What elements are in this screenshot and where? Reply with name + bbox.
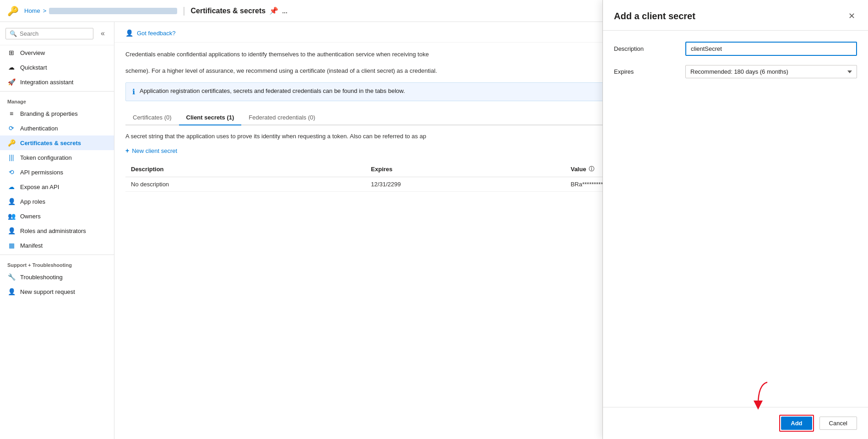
arrow-annotation bbox=[744, 380, 781, 413]
info-icon: ℹ bbox=[132, 87, 135, 96]
description-label: Description bbox=[614, 45, 678, 52]
search-box[interactable]: 🔍 bbox=[5, 28, 93, 39]
authentication-icon: ⟳ bbox=[7, 125, 16, 132]
sidebar-item-expose-api[interactable]: ☁ Expose an API bbox=[0, 179, 114, 194]
sidebar-item-label: Troubleshooting bbox=[20, 274, 63, 281]
expires-label: Expires bbox=[614, 68, 678, 75]
sidebar-item-authentication[interactable]: ⟳ Authentication bbox=[0, 121, 114, 135]
sidebar-item-label: Expose an API bbox=[20, 184, 59, 190]
description-input[interactable] bbox=[685, 42, 857, 56]
app-icon: 🔑 bbox=[7, 5, 19, 16]
breadcrumb-blurred bbox=[49, 8, 177, 14]
info-banner-text: Application registration certificates, s… bbox=[140, 87, 405, 94]
sidebar-item-label: Token configuration bbox=[20, 154, 72, 161]
panel-close-button[interactable]: ✕ bbox=[846, 9, 857, 23]
sidebar-item-label: Owners bbox=[20, 213, 41, 220]
home-link[interactable]: Home bbox=[24, 7, 40, 14]
manage-section-title: Manage bbox=[0, 93, 114, 106]
sidebar: 🔍 « ⊞ Overview ☁ Quickstart 🚀 Integratio… bbox=[0, 22, 114, 439]
cell-description: No description bbox=[125, 177, 365, 192]
new-client-secret-button[interactable]: + New client secret bbox=[125, 147, 177, 154]
add-button-wrapper: Add bbox=[779, 415, 814, 432]
ellipsis-icon[interactable]: ... bbox=[282, 7, 288, 15]
expires-field-row: Expires Recommended: 180 days (6 months)… bbox=[614, 65, 857, 78]
sidebar-item-integration[interactable]: 🚀 Integration assistant bbox=[0, 75, 114, 89]
sidebar-item-roles-admins[interactable]: 👤 Roles and administrators bbox=[0, 223, 114, 238]
search-icon: 🔍 bbox=[10, 30, 17, 37]
integration-icon: 🚀 bbox=[7, 78, 16, 86]
sidebar-divider bbox=[0, 91, 114, 92]
col-expires: Expires bbox=[365, 162, 565, 177]
page-title-text: Certificates & secrets bbox=[190, 7, 266, 15]
roles-icon: 👤 bbox=[7, 227, 16, 234]
sidebar-item-label: Roles and administrators bbox=[20, 228, 86, 234]
col-description: Description bbox=[125, 162, 365, 177]
add-client-secret-panel: Add a client secret ✕ Description Expire… bbox=[602, 0, 868, 439]
sidebar-item-label: Certificates & secrets bbox=[20, 140, 81, 146]
feedback-link[interactable]: Got feedback? bbox=[137, 30, 176, 37]
owners-icon: 👥 bbox=[7, 212, 16, 220]
sidebar-item-manifest[interactable]: ▦ Manifest bbox=[0, 238, 114, 253]
pin-icon[interactable]: 📌 bbox=[269, 6, 278, 15]
sidebar-item-label: Quickstart bbox=[20, 64, 47, 71]
sidebar-item-label: API permissions bbox=[20, 169, 63, 176]
sidebar-item-label: New support request bbox=[20, 288, 75, 295]
app-roles-icon: 👤 bbox=[7, 198, 16, 205]
sidebar-item-label: Manifest bbox=[20, 242, 43, 249]
add-button[interactable]: Add bbox=[781, 417, 812, 430]
sidebar-item-owners[interactable]: 👥 Owners bbox=[0, 209, 114, 223]
sidebar-item-certificates[interactable]: 🔑 Certificates & secrets bbox=[0, 135, 114, 150]
tab-certificates[interactable]: Certificates (0) bbox=[125, 110, 179, 125]
sidebar-item-label: Integration assistant bbox=[20, 79, 73, 86]
feedback-icon: 👤 bbox=[125, 29, 133, 37]
plus-icon: + bbox=[125, 147, 129, 154]
sidebar-item-quickstart[interactable]: ☁ Quickstart bbox=[0, 60, 114, 75]
value-info-icon[interactable]: ⓘ bbox=[589, 165, 594, 173]
cell-expires: 12/31/2299 bbox=[365, 177, 565, 192]
sidebar-divider-2 bbox=[0, 255, 114, 255]
sidebar-item-app-roles[interactable]: 👤 App roles bbox=[0, 194, 114, 209]
sidebar-item-troubleshooting[interactable]: 🔧 Troubleshooting bbox=[0, 270, 114, 284]
troubleshooting-icon: 🔧 bbox=[7, 273, 16, 281]
sidebar-item-label: Overview bbox=[20, 49, 45, 56]
sidebar-item-branding[interactable]: ≡ Branding & properties bbox=[0, 106, 114, 121]
token-icon: ||| bbox=[7, 154, 16, 161]
tab-federated-credentials[interactable]: Federated credentials (0) bbox=[241, 110, 322, 125]
quickstart-icon: ☁ bbox=[7, 64, 16, 71]
sidebar-item-api-permissions[interactable]: ⟲ API permissions bbox=[0, 165, 114, 179]
panel-header: Add a client secret ✕ bbox=[603, 0, 868, 31]
search-input[interactable] bbox=[20, 30, 89, 37]
certificates-icon: 🔑 bbox=[7, 139, 16, 146]
support-icon: 👤 bbox=[7, 288, 16, 295]
breadcrumb-separator: > bbox=[43, 7, 47, 14]
breadcrumb: Home > bbox=[24, 7, 177, 14]
description-field-row: Description bbox=[614, 42, 857, 56]
expires-select[interactable]: Recommended: 180 days (6 months) 3 month… bbox=[685, 65, 857, 78]
overview-icon: ⊞ bbox=[7, 49, 16, 56]
panel-body: Description Expires Recommended: 180 day… bbox=[603, 31, 868, 407]
sidebar-item-overview[interactable]: ⊞ Overview bbox=[0, 45, 114, 60]
page-title: Certificates & secrets 📌 ... bbox=[190, 6, 287, 15]
sidebar-item-support-request[interactable]: 👤 New support request bbox=[0, 284, 114, 299]
expose-icon: ☁ bbox=[7, 183, 16, 190]
collapse-button[interactable]: « bbox=[97, 26, 108, 41]
branding-icon: ≡ bbox=[7, 110, 16, 117]
panel-title: Add a client secret bbox=[614, 11, 695, 22]
manifest-icon: ▦ bbox=[7, 242, 16, 249]
sidebar-item-label: Authentication bbox=[20, 125, 58, 132]
sidebar-item-label: App roles bbox=[20, 198, 45, 205]
cancel-button[interactable]: Cancel bbox=[819, 417, 857, 430]
panel-footer: Add Cancel bbox=[603, 407, 868, 439]
arrow-svg bbox=[744, 380, 781, 412]
sidebar-item-label: Branding & properties bbox=[20, 110, 78, 117]
support-section-title: Support + Troubleshooting bbox=[0, 257, 114, 270]
sidebar-item-token-config[interactable]: ||| Token configuration bbox=[0, 150, 114, 165]
title-divider: | bbox=[183, 5, 185, 16]
api-icon: ⟲ bbox=[7, 168, 16, 176]
new-secret-label: New client secret bbox=[132, 147, 177, 154]
tab-client-secrets[interactable]: Client secrets (1) bbox=[179, 110, 242, 125]
